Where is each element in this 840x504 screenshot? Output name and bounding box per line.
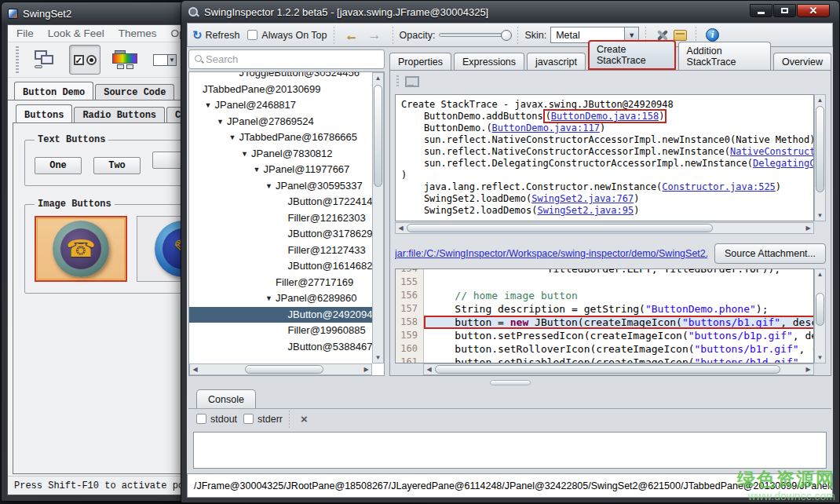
tree-item[interactable]: Filler@12162303 bbox=[189, 210, 384, 227]
scrollbar-thumb[interactable] bbox=[435, 365, 780, 374]
source-code-viewer[interactable]: 154 TitledBorder.LEFT, TitledBorder.TOP)… bbox=[395, 268, 814, 363]
tab-create-stacktrace[interactable]: Create StackTrace bbox=[588, 40, 676, 70]
code-line: 156 // home image button bbox=[396, 289, 813, 302]
tab-expressions[interactable]: Expressions bbox=[454, 53, 524, 70]
tab-javascript[interactable]: javascript bbox=[527, 53, 586, 70]
tree-item[interactable]: ▼JPanel@30595337 bbox=[189, 178, 384, 195]
colorchooser-toolbar-button[interactable] bbox=[109, 45, 141, 75]
tree-item[interactable]: ▼JPanel@6289860 bbox=[189, 290, 384, 307]
info-icon[interactable]: i bbox=[706, 28, 719, 42]
source-attachment-button[interactable]: Source Attachment... bbox=[714, 243, 826, 264]
jar-source-link[interactable]: jar:file:/C:/SwingInspector/Workspace/sw… bbox=[395, 248, 708, 259]
tree-item[interactable]: ▼JTabbedPane@16786665 bbox=[189, 130, 384, 146]
tree-item[interactable]: JButton@31786293 bbox=[189, 226, 384, 243]
text-button-two[interactable]: Two bbox=[93, 157, 141, 174]
always-on-top-checkbox[interactable] bbox=[247, 30, 257, 40]
tab-console[interactable]: Console bbox=[196, 389, 256, 408]
tree-item[interactable]: JButton@17224147 bbox=[189, 194, 384, 210]
menu-look-feel[interactable]: Look & Feel bbox=[48, 27, 104, 39]
search-input[interactable] bbox=[204, 53, 379, 65]
minimize-button[interactable] bbox=[750, 4, 772, 17]
tab-addition-stacktrace[interactable]: Addition StackTrace bbox=[678, 42, 771, 70]
source-horizontal-scrollbar[interactable]: ◀ ▶ bbox=[423, 363, 814, 375]
stacktrace-vertical-scrollbar[interactable]: ▲ ▼ bbox=[814, 94, 826, 221]
tab-properties[interactable]: Properties bbox=[389, 53, 451, 70]
tree-item[interactable]: ▼JPanel@2468817 bbox=[189, 97, 384, 114]
scrollbar-thumb[interactable] bbox=[374, 85, 382, 187]
stacktrace-text-area[interactable]: Create StackTrace - javax.swing.JButton@… bbox=[395, 94, 814, 221]
colorchooser-icon bbox=[112, 50, 137, 69]
expand-arrow-icon[interactable]: ▼ bbox=[265, 290, 276, 307]
expand-arrow-icon[interactable]: ▼ bbox=[229, 130, 239, 146]
tree-item[interactable]: ▼JPanel@27869524 bbox=[189, 114, 384, 130]
divider-grip[interactable] bbox=[490, 380, 531, 385]
menu-file[interactable]: File bbox=[16, 27, 34, 39]
close-button[interactable]: ✕ bbox=[797, 4, 830, 17]
expand-arrow-icon[interactable]: ▼ bbox=[217, 114, 227, 130]
tree-item[interactable]: JToggleButton@30524456 bbox=[189, 71, 384, 82]
text-button-one[interactable]: One bbox=[35, 157, 82, 174]
scrollbar-thumb[interactable] bbox=[407, 224, 713, 232]
refresh-button[interactable]: Refresh bbox=[206, 30, 240, 41]
tree-item[interactable]: JButton@5388467 bbox=[189, 339, 384, 356]
stacktrace-source-link[interactable]: SwingSet2.java:767 bbox=[531, 193, 634, 204]
tree-vertical-scrollbar[interactable]: ▲ ▼ bbox=[372, 72, 384, 363]
stderr-checkbox[interactable] bbox=[243, 414, 254, 424]
tree-item[interactable]: JTabbedPane@20130699 bbox=[189, 82, 384, 98]
tree-item[interactable]: JButton@16146820 bbox=[189, 258, 384, 275]
combobox-toolbar-button[interactable]: ▼ bbox=[149, 45, 181, 75]
expand-arrow-icon[interactable]: ▼ bbox=[241, 146, 251, 163]
stacktrace-source-link[interactable]: DelegatingConst bbox=[753, 158, 814, 169]
code-text: button.setDisabledIcon(createImageIcon("… bbox=[424, 356, 813, 363]
phone-image-button[interactable]: ☎ bbox=[35, 216, 127, 282]
tab-radio-buttons[interactable]: Radio Buttons bbox=[74, 107, 165, 122]
stacktrace-source-link[interactable]: ButtonDemo.java:158 bbox=[551, 111, 659, 122]
opacity-slider-thumb[interactable] bbox=[501, 30, 512, 41]
scrollbar-thumb[interactable] bbox=[245, 365, 323, 374]
maximize-button[interactable] bbox=[773, 4, 796, 17]
inspector-titlebar[interactable]: SwingInspector 1.2.2 beta5 - [javax.swin… bbox=[181, 1, 839, 23]
menu-themes[interactable]: Themes bbox=[119, 27, 157, 39]
stacktrace-source-link[interactable]: SwingSet2.java:95 bbox=[537, 205, 634, 216]
clear-console-icon[interactable]: × bbox=[301, 412, 308, 425]
monitor-icon[interactable] bbox=[405, 76, 418, 88]
scrollbar-thumb[interactable] bbox=[816, 293, 824, 326]
tree-item[interactable]: Filler@27717169 bbox=[189, 275, 384, 291]
forward-arrow-icon[interactable]: → bbox=[368, 28, 382, 42]
stacktrace-line: sun.reflect.NativeConstructorAccessorImp… bbox=[401, 134, 813, 146]
tree-item[interactable]: Filler@19960885 bbox=[189, 323, 384, 339]
internal-frames-toolbar-button[interactable] bbox=[29, 45, 60, 75]
button-demo-toolbar-button[interactable]: ✓ bbox=[69, 45, 100, 75]
tree-item[interactable]: ▼JPanel@7830812 bbox=[189, 146, 384, 163]
stacktrace-source-link[interactable]: NativeConstructorAc bbox=[730, 146, 814, 157]
stacktrace-source-link[interactable]: Constructor.java:525 bbox=[662, 181, 776, 192]
stacktrace-toolbar bbox=[392, 72, 829, 91]
toolbox-icon[interactable] bbox=[674, 30, 687, 41]
tree-item-label: JButton@5388467 bbox=[288, 341, 373, 352]
stdout-checkbox[interactable] bbox=[196, 414, 206, 424]
split-divider[interactable] bbox=[187, 378, 833, 388]
tree-item[interactable]: ▼JPanel@11977667 bbox=[189, 162, 384, 178]
tree-item[interactable]: Filler@12127433 bbox=[189, 243, 384, 259]
source-vertical-scrollbar[interactable]: ▲ ▼ bbox=[814, 268, 826, 363]
scrollbar-thumb[interactable] bbox=[816, 106, 824, 192]
expand-arrow-icon[interactable]: ▼ bbox=[205, 97, 215, 114]
toolbar-grip[interactable] bbox=[16, 46, 19, 73]
expand-arrow-icon[interactable]: ▼ bbox=[265, 178, 276, 195]
stacktrace-line: sun.reflect.DelegatingConstructorAccesso… bbox=[401, 158, 813, 170]
annotation-box: (ButtonDemo.java:158) bbox=[543, 109, 667, 123]
stacktrace-source-link[interactable]: ButtonDemo.java:117 bbox=[492, 122, 600, 133]
expand-arrow-icon[interactable]: ▼ bbox=[254, 162, 264, 178]
tab-overview[interactable]: Overview bbox=[773, 53, 831, 70]
tab-source-code[interactable]: Source Code bbox=[95, 84, 174, 100]
tree-item-label: Filler@12162303 bbox=[288, 212, 366, 224]
console-output[interactable] bbox=[193, 432, 827, 469]
tree-item[interactable]: JButton@24920948 bbox=[189, 307, 384, 323]
tab-button-demo[interactable]: Button Demo bbox=[14, 82, 93, 100]
back-arrow-icon[interactable]: ← bbox=[345, 28, 359, 42]
tree-horizontal-scrollbar[interactable]: ◀ ▶ bbox=[189, 363, 372, 375]
tab-buttons[interactable]: Buttons bbox=[16, 104, 72, 122]
opacity-slider[interactable] bbox=[439, 33, 511, 37]
stacktrace-horizontal-scrollbar[interactable]: ◀ ▶ bbox=[395, 222, 814, 234]
code-text bbox=[424, 276, 813, 289]
